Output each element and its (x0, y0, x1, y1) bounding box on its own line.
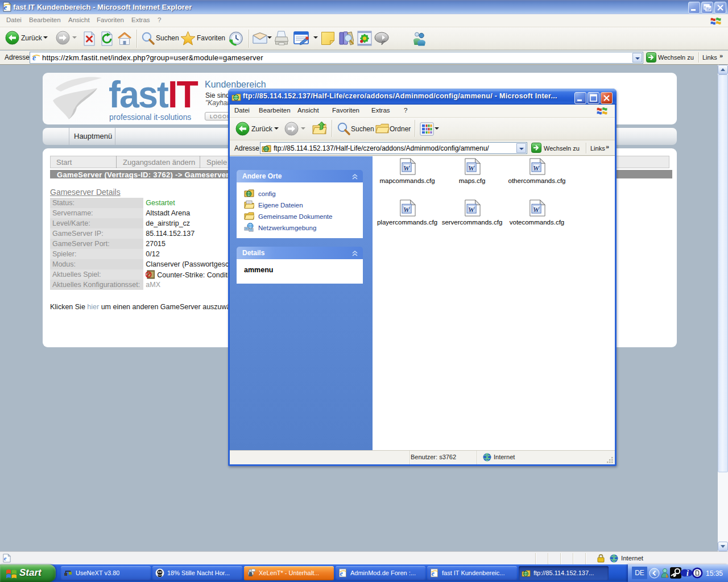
svg-text:e: e (340, 569, 344, 577)
svg-text:i: i (686, 569, 689, 577)
svg-text:e: e (4, 555, 7, 562)
svg-text:e: e (32, 53, 36, 62)
svg-text:e: e (432, 569, 435, 577)
svg-text:e: e (4, 3, 7, 11)
